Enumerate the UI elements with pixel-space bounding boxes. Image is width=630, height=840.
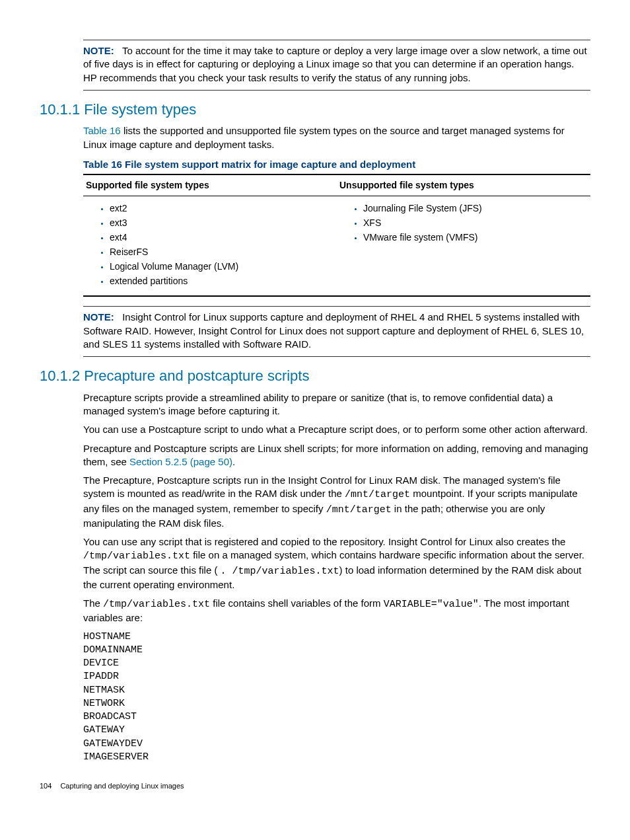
paragraph: Precapture and Postcapture scripts are L… [83,442,590,469]
filesystem-table: Supported file system types Unsupported … [83,174,590,297]
section1-intro: Table 16 lists the supported and unsuppo… [83,124,590,151]
col-header-unsupported: Unsupported file system types [337,174,590,196]
list-item: Journaling File System (JFS) [363,202,588,215]
table-caption: Table 16 File system support matrix for … [83,158,590,171]
code-inline: /tmp/variables.txt [83,551,190,562]
list-item: extended partitions [110,275,334,287]
paragraph: Precapture scripts provide a streamlined… [83,391,590,418]
paragraph: The /tmp/variables.txt file contains she… [83,597,590,625]
variables-block: HOSTNAME DOMAINNAME DEVICE IPADDR NETMAS… [83,630,590,765]
section-link[interactable]: Section 5.2.5 (page 50) [129,456,232,467]
section-heading-2: 10.1.2 Precapture and postcapture script… [40,366,590,386]
code-inline: . /tmp/variables.txt [221,566,339,577]
note-box-2: NOTE: Insight Control for Linux supports… [83,306,590,357]
footer-title: Capturing and deploying Linux images [60,782,184,790]
intro-text: lists the supported and unsupported file… [83,125,565,149]
code-inline: /mnt/target [345,489,410,500]
note-label: NOTE: [83,45,114,56]
list-item: Logical Volume Manager (LVM) [110,260,334,273]
table-link[interactable]: Table 16 [83,125,121,136]
paragraph: The Precapture, Postcapture scripts run … [83,474,590,530]
section-heading-1: 10.1.1 File system types [40,100,590,120]
note-text: Insight Control for Linux supports captu… [83,311,584,350]
list-item: ext4 [110,231,334,244]
code-inline: /mnt/target [326,504,392,515]
unsupported-list: Journaling File System (JFS) XFS VMware … [339,202,588,244]
page-footer: 104 Capturing and deploying Linux images [40,781,590,791]
supported-list: ext2 ext3 ext4 ReiserFS Logical Volume M… [86,202,334,287]
note-text: To account for the time it may take to c… [83,45,587,83]
note-label: NOTE: [83,311,114,323]
note-box-1: NOTE: To account for the time it may tak… [83,40,590,91]
list-item: VMware file system (VMFS) [363,231,588,244]
col-header-supported: Supported file system types [83,174,337,196]
list-item: ext3 [110,217,334,229]
list-item: ReiserFS [110,246,334,258]
paragraph: You can use any script that is registere… [83,535,590,592]
list-item: ext2 [110,202,334,215]
list-item: XFS [363,217,588,229]
paragraph: You can use a Postcapture script to undo… [83,423,590,436]
code-inline: VARIABLE="value" [384,599,479,610]
code-inline: /tmp/variables.txt [103,599,210,610]
page-number: 104 [40,782,52,790]
